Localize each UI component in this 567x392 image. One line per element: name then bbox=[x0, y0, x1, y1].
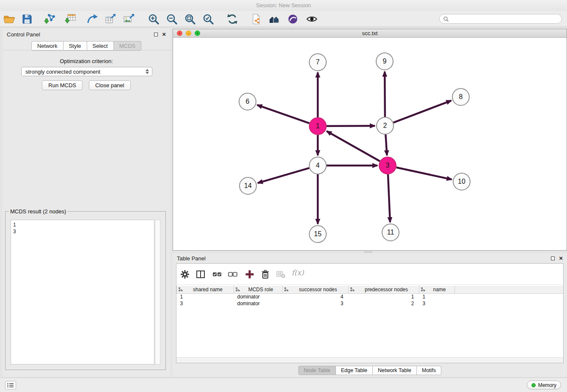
plugin-button[interactable] bbox=[286, 13, 299, 25]
float-panel-button[interactable] bbox=[154, 33, 158, 36]
graph-node-2[interactable]: 2 bbox=[377, 117, 394, 134]
show-details-button[interactable] bbox=[306, 13, 318, 25]
column-header-mcds-role[interactable]: MCDS role bbox=[234, 286, 283, 293]
zoom-fit-button[interactable] bbox=[184, 13, 196, 25]
close-window-button[interactable]: × bbox=[177, 30, 182, 36]
export-table-icon bbox=[104, 13, 117, 25]
close-panel-button[interactable]: × bbox=[162, 32, 166, 36]
tab-edge-table[interactable]: Edge Table bbox=[336, 366, 373, 375]
cell-filler bbox=[455, 293, 564, 300]
column-header-name[interactable]: name bbox=[419, 286, 455, 293]
function-builder-button[interactable]: f(x) bbox=[292, 268, 304, 277]
float-table-panel-button[interactable] bbox=[551, 257, 555, 260]
export-table-button[interactable] bbox=[104, 13, 117, 25]
graph-node-8[interactable]: 8 bbox=[452, 88, 469, 105]
tab-network-table[interactable]: Network Table bbox=[373, 366, 417, 375]
table-settings-button[interactable] bbox=[180, 269, 190, 279]
mcds-result-list[interactable]: 1 3 bbox=[11, 220, 154, 364]
tab-select[interactable]: Select bbox=[87, 41, 114, 51]
cell-shared-name[interactable]: 1 bbox=[177, 293, 234, 300]
cell-name[interactable]: 3 bbox=[419, 300, 455, 307]
cell-successor-nodes[interactable]: 4 bbox=[283, 293, 349, 300]
graph-edge-2-8[interactable] bbox=[394, 101, 451, 123]
save-session-button[interactable] bbox=[21, 13, 33, 25]
zoom-out-button[interactable] bbox=[165, 13, 178, 25]
import-network-button[interactable] bbox=[43, 13, 56, 25]
minimize-window-button[interactable]: − bbox=[186, 30, 191, 36]
graph-node-3[interactable]: 3 bbox=[379, 157, 396, 174]
result-scrollbar[interactable] bbox=[155, 220, 160, 364]
add-row-button[interactable] bbox=[245, 269, 255, 279]
graph-node-label: 7 bbox=[316, 58, 320, 66]
result-item[interactable]: 1 bbox=[13, 221, 152, 228]
delete-table-button[interactable] bbox=[276, 269, 286, 279]
import-table-button[interactable] bbox=[64, 13, 77, 25]
close-table-panel-button[interactable]: × bbox=[559, 256, 563, 260]
graph-edge-2-3[interactable] bbox=[385, 135, 387, 155]
network-graph[interactable]: 7968124314101511 bbox=[173, 38, 567, 250]
graph-node-6[interactable]: 6 bbox=[239, 93, 256, 110]
column-header-predecessor-nodes[interactable]: predecessor nodes bbox=[349, 286, 419, 293]
graph-node-label: 2 bbox=[383, 122, 387, 129]
cell-shared-name[interactable]: 3 bbox=[177, 300, 234, 307]
cell-predecessor-nodes[interactable]: 2 bbox=[349, 300, 419, 307]
graph-node-1[interactable]: 1 bbox=[309, 118, 326, 135]
table-header-row: shared name MCDS role successor nodes pr… bbox=[177, 286, 564, 293]
graph-node-9[interactable]: 9 bbox=[376, 53, 393, 70]
run-mcds-button[interactable]: Run MCDS bbox=[42, 80, 83, 90]
tab-network[interactable]: Network bbox=[31, 41, 63, 51]
graph-node-10[interactable]: 10 bbox=[453, 173, 470, 190]
zoom-in-button[interactable] bbox=[147, 13, 160, 25]
maximize-window-button[interactable]: + bbox=[195, 30, 200, 36]
graph-edge-3-10[interactable] bbox=[396, 167, 452, 179]
document-share-button[interactable] bbox=[250, 13, 262, 25]
export-image-button[interactable] bbox=[123, 13, 135, 25]
graph-node-7[interactable]: 7 bbox=[309, 54, 326, 71]
minimize-glyph: − bbox=[187, 31, 190, 36]
graph-node-14[interactable]: 14 bbox=[239, 177, 256, 194]
search-input[interactable] bbox=[451, 16, 558, 22]
deselect-all-button[interactable] bbox=[228, 269, 238, 279]
graph-node-15[interactable]: 15 bbox=[309, 226, 326, 243]
task-history-button[interactable] bbox=[5, 381, 16, 389]
result-item[interactable]: 3 bbox=[13, 228, 152, 235]
open-folder-icon bbox=[3, 13, 16, 25]
refresh-button[interactable] bbox=[226, 13, 239, 25]
open-session-button[interactable] bbox=[3, 13, 16, 25]
delete-row-button[interactable] bbox=[260, 269, 270, 279]
column-header-shared-name[interactable]: shared name bbox=[177, 286, 234, 293]
network-window-titlebar: scc.txt × − + bbox=[173, 29, 567, 38]
list-icon bbox=[7, 382, 14, 388]
table-row[interactable]: 1 dominator 4 1 1 bbox=[177, 293, 564, 300]
cell-mcds-role[interactable]: dominator bbox=[234, 293, 283, 300]
graph-edge-1-6[interactable] bbox=[257, 105, 310, 123]
home-button[interactable] bbox=[268, 13, 281, 25]
export-network-button[interactable] bbox=[86, 13, 99, 25]
splitter-handle[interactable] bbox=[364, 251, 372, 253]
show-columns-button[interactable] bbox=[195, 269, 206, 279]
tab-mcds[interactable]: MCDS bbox=[114, 41, 141, 51]
plus-icon bbox=[245, 269, 255, 279]
select-all-button[interactable] bbox=[212, 269, 222, 279]
graph-edge-2-9[interactable] bbox=[385, 72, 385, 117]
optimization-criterion-select[interactable]: strongly connected component bbox=[21, 67, 152, 76]
graph-edge-3-11[interactable] bbox=[388, 174, 390, 222]
graph-edge-3-1[interactable] bbox=[327, 131, 380, 161]
close-panel-button-2[interactable]: Close panel bbox=[89, 80, 131, 90]
memory-button[interactable]: Memory bbox=[527, 381, 561, 389]
graph-node-11[interactable]: 11 bbox=[382, 224, 399, 241]
cell-successor-nodes[interactable]: 3 bbox=[283, 300, 349, 307]
tab-motifs[interactable]: Motifs bbox=[417, 366, 441, 375]
graph-node-4[interactable]: 4 bbox=[309, 157, 326, 174]
cell-mcds-role[interactable]: dominator bbox=[234, 300, 283, 307]
column-header-successor-nodes[interactable]: successor nodes bbox=[283, 286, 349, 293]
graph-edge-4-14[interactable] bbox=[258, 168, 309, 183]
cell-predecessor-nodes[interactable]: 1 bbox=[349, 293, 419, 300]
cell-name[interactable]: 1 bbox=[419, 293, 455, 300]
graph-edge-1-2[interactable] bbox=[327, 126, 375, 126]
horizontal-scrollbar[interactable] bbox=[176, 357, 563, 363]
tab-node-table[interactable]: Node Table bbox=[298, 366, 336, 375]
zoom-selected-button[interactable] bbox=[202, 13, 215, 25]
table-row[interactable]: 3 dominator 3 2 3 bbox=[177, 300, 564, 307]
tab-style[interactable]: Style bbox=[63, 41, 87, 51]
